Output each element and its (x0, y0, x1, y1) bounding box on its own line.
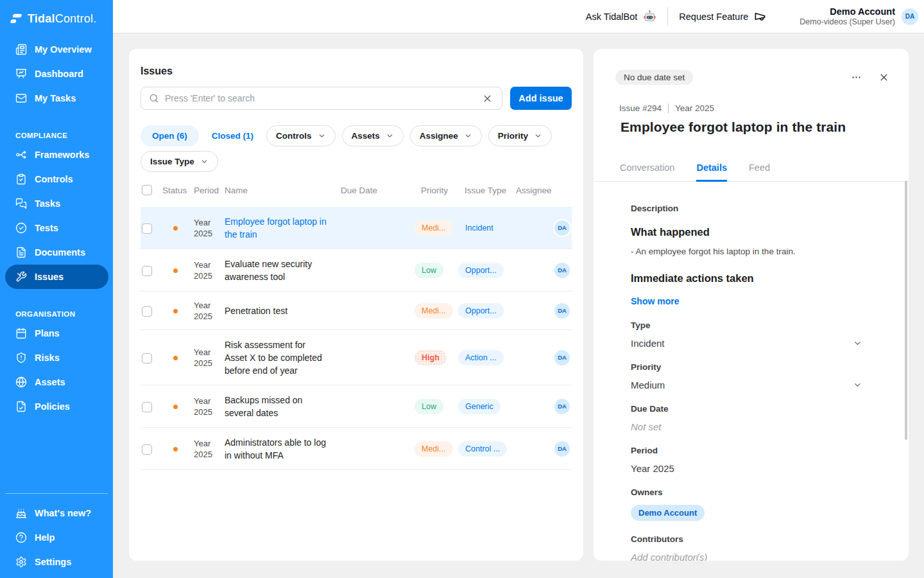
column-header-name: Name (225, 186, 341, 195)
row-checkbox[interactable] (142, 266, 152, 276)
assignee-avatar[interactable]: DA (554, 303, 570, 319)
row-checkbox[interactable] (142, 402, 152, 412)
chevron-down-icon[interactable] (853, 338, 862, 348)
field-priority: PriorityMedium (631, 362, 862, 390)
cell-name[interactable]: Employee forgot laptop in the train (225, 215, 341, 241)
whats-new-icon (15, 507, 27, 519)
sidebar-item-issues[interactable]: Issues (5, 265, 108, 289)
sidebar-item-frameworks[interactable]: Frameworks (5, 143, 108, 167)
issues-panel: Issues Add issue Open (6)Closed (1)Contr… (129, 49, 583, 561)
close-icon[interactable] (878, 72, 889, 83)
request-feature-button[interactable]: Request Feature (679, 10, 766, 22)
my-overview-icon (15, 44, 27, 55)
brand-name: TidalControl. (28, 12, 96, 26)
field-value: Year 2025 (631, 463, 862, 474)
assignee-avatar[interactable]: DA (554, 399, 570, 414)
meta-divider (668, 103, 669, 113)
sidebar-item-policies[interactable]: Policies (5, 394, 108, 419)
add-issue-button[interactable]: Add issue (510, 87, 572, 110)
chevron-down-icon[interactable] (853, 380, 862, 390)
account-name: Demo Account (800, 6, 895, 17)
sidebar-item-plans[interactable]: Plans (5, 321, 108, 346)
scrollbar-thumb[interactable] (905, 180, 907, 440)
clear-search-icon[interactable] (482, 93, 493, 104)
cell-name[interactable]: Risk assessment for Asset X to be comple… (225, 338, 341, 377)
chevron-down-icon (200, 157, 209, 166)
assignee-avatar[interactable]: DA (554, 220, 570, 236)
column-header-issue-type: Issue Type (465, 186, 516, 195)
megaphone-icon (754, 10, 766, 22)
sidebar-item-assets[interactable]: Assets (5, 370, 108, 394)
filter-dropdown-controls[interactable]: Controls (266, 125, 336, 146)
priority-pill: Low (415, 263, 443, 278)
sidebar-item-my-overview[interactable]: My Overview (5, 37, 108, 62)
policies-icon (15, 401, 27, 412)
sidebar-item-risks[interactable]: Risks (5, 346, 108, 370)
sidebar-item-tests[interactable]: Tests (5, 216, 108, 240)
description-label: Description (631, 204, 862, 213)
cell-period: Year 2025 (194, 259, 219, 281)
field-value: Not set (631, 421, 862, 432)
detail-tab-conversation[interactable]: Conversation (620, 162, 674, 181)
ask-tidalbot-label: Ask TidalBot (586, 12, 638, 22)
filter-tab-closed[interactable]: Closed (1) (205, 125, 260, 146)
search-input[interactable] (165, 93, 476, 103)
filter-dropdown-issue-type[interactable]: Issue Type (141, 151, 218, 172)
account-avatar[interactable]: DA (902, 8, 918, 25)
issue-type-pill: Action ... (458, 350, 504, 365)
assignee-avatar[interactable]: DA (554, 441, 570, 457)
filter-dropdown-assets[interactable]: Assets (342, 125, 404, 146)
field-period: PeriodYear 2025 (631, 446, 862, 474)
field-value[interactable]: Medium (631, 380, 862, 390)
chevron-down-icon (386, 132, 394, 140)
status-dot (173, 447, 178, 451)
ask-tidalbot-button[interactable]: Ask TidalBot (586, 10, 657, 23)
field-label: Type (631, 320, 862, 330)
filter-tab-open[interactable]: Open (6) (141, 125, 199, 146)
sidebar-section-organisation: ORGANISATION (0, 310, 113, 318)
chevron-down-icon (464, 132, 472, 140)
row-checkbox[interactable] (142, 223, 152, 234)
field-type: TypeIncident (631, 320, 862, 349)
sidebar-item-controls[interactable]: Controls (5, 167, 108, 191)
brand-logo[interactable]: TidalControl. (0, 0, 113, 32)
detail-tab-details[interactable]: Details (696, 162, 727, 182)
cell-name[interactable]: Penetration test (225, 304, 341, 317)
show-more-link[interactable]: Show more (631, 296, 679, 306)
assignee-avatar[interactable]: DA (554, 263, 570, 278)
detail-tab-feed[interactable]: Feed (749, 162, 770, 181)
cell-name[interactable]: Evaluate new security awareness tool (225, 258, 341, 283)
row-checkbox[interactable] (142, 306, 152, 317)
field-owners: OwnersDemo Account (631, 487, 862, 521)
account-info[interactable]: Demo Account Demo-videos (Super User) (800, 6, 895, 26)
search-box (141, 87, 502, 110)
select-all-checkbox[interactable] (142, 185, 152, 195)
issue-row-6[interactable]: Year 2025Administrators able to log in w… (141, 428, 572, 470)
cell-name[interactable]: Backups missed on several dates (225, 394, 341, 419)
sidebar-item-dashboard[interactable]: Dashboard (5, 62, 108, 86)
filter-dropdown-priority[interactable]: Priority (488, 125, 552, 146)
sidebar-item-my-tasks[interactable]: My Tasks (5, 86, 108, 110)
table-header: StatusPeriodNameDue DatePriorityIssue Ty… (141, 182, 572, 207)
row-checkbox[interactable] (142, 353, 152, 363)
owner-chip[interactable]: Demo Account (631, 505, 705, 521)
sidebar-item-help[interactable]: Help (5, 525, 108, 550)
sidebar-item-settings[interactable]: Settings (5, 550, 108, 574)
row-checkbox[interactable] (142, 444, 152, 455)
issue-row-2[interactable]: Year 2025Evaluate new security awareness… (141, 249, 572, 292)
more-options-icon[interactable] (851, 72, 862, 83)
sidebar-item-documents[interactable]: Documents (5, 240, 108, 265)
issue-row-1[interactable]: Year 2025Employee forgot laptop in the t… (141, 207, 572, 249)
column-header-due-date: Due Date (341, 186, 421, 195)
sidebar-item-whats-new[interactable]: What's new? (5, 501, 108, 525)
section-body-1: - An employee forgot his laptop in the t… (631, 247, 862, 256)
issue-row-3[interactable]: Year 2025Penetration testMedi...Opport..… (141, 292, 572, 330)
sidebar-item-tasks[interactable]: Tasks (5, 191, 108, 216)
cell-name[interactable]: Administrators able to log in without MF… (225, 436, 341, 462)
issue-type-pill: Generic (458, 399, 501, 414)
issue-row-5[interactable]: Year 2025Backups missed on several dates… (141, 385, 572, 428)
filter-dropdown-assignee[interactable]: Assignee (410, 125, 482, 146)
issue-row-4[interactable]: Year 2025Risk assessment for Asset X to … (141, 330, 572, 385)
field-value[interactable]: Incident (631, 338, 862, 349)
assignee-avatar[interactable]: DA (554, 350, 570, 365)
